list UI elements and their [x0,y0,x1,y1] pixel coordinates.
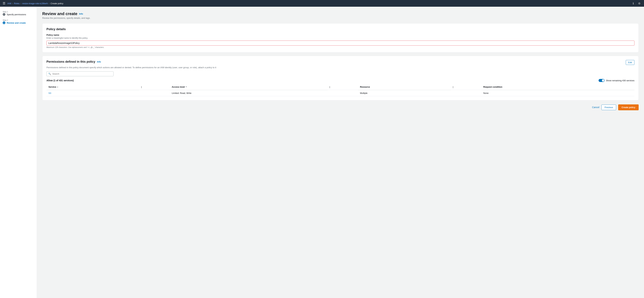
policy-details-title: Policy details [46,27,634,31]
col-service-sortable[interactable]: Service ▲ [48,86,137,88]
search-input[interactable] [52,73,112,75]
service-sort-icon: ▲ [57,86,58,88]
breadcrumb-sep-3: › [49,2,50,4]
col-divider-2: | [328,84,358,90]
breadcrumb-iam[interactable]: IAM [8,2,11,5]
breadcrumb-sep-1: › [12,2,13,4]
col-service: Service ▲ [46,84,139,90]
step-1-title: ✓ Specify permissions [3,13,34,16]
step-1-indicator: ✓ [3,13,5,16]
col-resource: Resource [358,84,451,90]
col-divider-row-1 [139,90,170,96]
previous-button[interactable]: Previous [602,105,616,110]
step-2-label: Step 2 [3,19,34,21]
topbar: ☰ IAM › Roles › resize-image-role-tc2i8w… [0,0,644,7]
search-wrapper: 🔍 [46,71,114,76]
col-request-condition: Request condition [481,84,634,90]
col-access-label: Access level [172,86,185,88]
show-remaining-toggle[interactable] [598,79,604,82]
page-subtitle: Review the permissions, specify details,… [42,17,639,19]
menu-icon[interactable]: ☰ [3,1,5,5]
search-icon: 🔍 [48,73,51,75]
allow-row: Allow (1 of 431 services) Show remaining… [46,79,634,82]
row-access-level: Limited: Read, Write [170,90,328,96]
info-icon[interactable]: ℹ [631,1,635,5]
permissions-card: Permissions defined in this policy Info … [42,56,639,100]
page-info-link[interactable]: Info [79,12,83,15]
footer-actions: Cancel Previous Create policy [42,104,639,110]
table-row: S3 Limited: Read, Write Multiple None [46,90,634,96]
col-divider-3: | [451,84,481,90]
step-2-title: ● Review and create [3,21,34,24]
step-2-name: Review and create [7,22,26,24]
content-area: Review and create Info Review the permis… [37,7,644,298]
permissions-description: Permissions defined in this policy docum… [46,66,634,69]
toggle-label: Show remaining 430 services [606,79,634,82]
row-service: S3 [46,90,139,96]
col-divider-row-2 [328,90,358,96]
breadcrumb-role-name[interactable]: resize-image-role-tc2i8wrh [22,2,48,5]
allow-label: Allow (1 of 431 services) [46,79,74,82]
step-1-name: Specify permissions [7,13,26,16]
policy-name-constraint: Maximum 128 characters. Use alphanumeric… [46,46,634,48]
permissions-info-link[interactable]: Info [97,60,101,63]
col-resource-label: Resource [360,86,370,88]
access-sort-icon: ▼ [186,86,187,88]
col-request-label: Request condition [483,86,502,88]
permissions-table: Service ▲ | Access level ▼ | [46,84,634,96]
col-service-label: Service [48,86,56,88]
row-resource: Multiple [358,90,451,96]
policy-details-card: Policy details Policy name Enter a meani… [42,23,639,52]
policy-name-label: Policy name [46,34,634,36]
permissions-title-text: Permissions defined in this policy [46,60,95,63]
col-access-level: Access level ▼ [170,84,328,90]
breadcrumb-current: Create policy [51,2,64,5]
step-2-indicator: ● [3,21,5,24]
step-2-item: Step 2 ● Review and create [3,19,34,24]
breadcrumb: IAM › Roles › resize-image-role-tc2i8wrh… [8,2,63,5]
col-divider-row-3 [451,90,481,96]
policy-name-input[interactable] [46,40,634,46]
create-policy-button[interactable]: Create policy [618,104,639,110]
service-s3-link[interactable]: S3 [48,92,51,94]
col-access-sortable[interactable]: Access level ▼ [172,86,326,88]
policy-name-hint: Enter a meaningful name to identify this… [46,37,634,39]
edit-button[interactable]: Edit [626,60,634,65]
col-divider-1: | [139,84,170,90]
main-layout: Step 1 ✓ Specify permissions Step 2 ● Re… [0,7,644,298]
step-1-label: Step 1 [3,11,34,13]
page-title-text: Review and create [42,11,77,16]
breadcrumb-sep-2: › [20,2,21,4]
step-1-item: Step 1 ✓ Specify permissions [3,11,34,16]
sidebar: Step 1 ✓ Specify permissions Step 2 ● Re… [0,7,37,298]
settings-icon[interactable]: ⚙ [637,1,641,5]
page-header: Review and create Info Review the permis… [42,11,639,19]
toggle-wrapper: Show remaining 430 services [598,79,634,82]
row-request-condition: None [481,90,634,96]
breadcrumb-roles[interactable]: Roles [14,2,20,5]
cancel-button[interactable]: Cancel [592,106,600,109]
